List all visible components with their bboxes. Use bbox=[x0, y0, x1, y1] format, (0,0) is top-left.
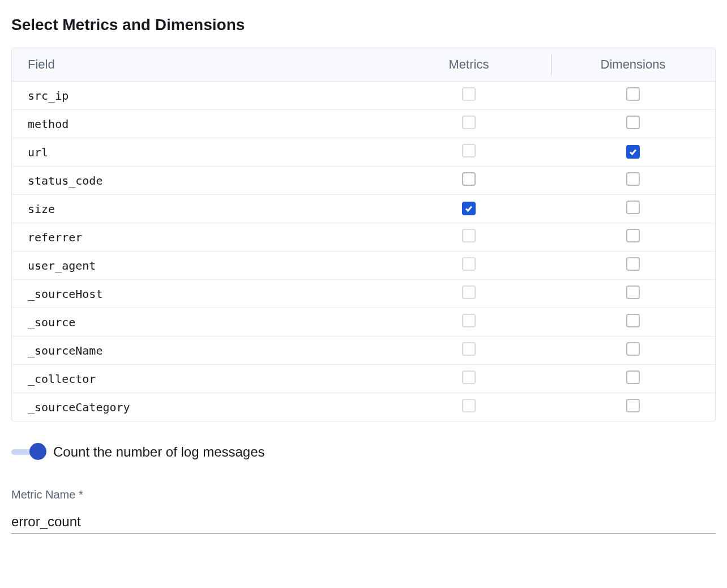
metrics-checkbox bbox=[462, 144, 476, 157]
table-row: _sourceHost bbox=[12, 280, 715, 308]
metrics-checkbox bbox=[462, 286, 476, 299]
field-name: status_code bbox=[12, 167, 387, 195]
metrics-checkbox bbox=[462, 314, 476, 327]
metrics-checkbox bbox=[462, 257, 476, 271]
field-name: size bbox=[12, 195, 387, 223]
dimensions-checkbox[interactable] bbox=[626, 342, 640, 356]
field-name: user_agent bbox=[12, 252, 387, 280]
metrics-checkbox bbox=[462, 229, 476, 242]
field-name: _sourceName bbox=[12, 336, 387, 365]
table-row: size bbox=[12, 195, 715, 223]
table-row: src_ip bbox=[12, 82, 715, 110]
dimensions-checkbox[interactable] bbox=[626, 172, 640, 186]
metrics-checkbox bbox=[462, 342, 476, 356]
dimensions-checkbox[interactable] bbox=[626, 286, 640, 299]
table-row: _sourceCategory bbox=[12, 393, 715, 421]
metric-name-input[interactable] bbox=[11, 512, 716, 534]
field-name: _collector bbox=[12, 365, 387, 393]
table-row: user_agent bbox=[12, 252, 715, 280]
section-title: Select Metrics and Dimensions bbox=[11, 16, 716, 34]
col-header-dimensions: Dimensions bbox=[551, 48, 715, 82]
dimensions-checkbox[interactable] bbox=[626, 229, 640, 242]
dimensions-checkbox[interactable] bbox=[626, 116, 640, 129]
count-log-messages-toggle[interactable] bbox=[11, 445, 44, 459]
table-row: _source bbox=[12, 308, 715, 336]
dimensions-checkbox[interactable] bbox=[626, 257, 640, 271]
dimensions-checkbox[interactable] bbox=[626, 201, 640, 214]
metrics-checkbox[interactable] bbox=[462, 172, 476, 186]
count-log-messages-label: Count the number of log messages bbox=[53, 444, 265, 460]
table-row: method bbox=[12, 110, 715, 138]
table-row: status_code bbox=[12, 167, 715, 195]
table-row: referrer bbox=[12, 223, 715, 252]
field-name: method bbox=[12, 110, 387, 138]
field-name: src_ip bbox=[12, 82, 387, 110]
table-row: _sourceName bbox=[12, 336, 715, 365]
toggle-knob bbox=[29, 443, 46, 460]
col-header-metrics: Metrics bbox=[387, 48, 551, 82]
dimensions-checkbox[interactable] bbox=[626, 399, 640, 412]
dimensions-checkbox[interactable] bbox=[626, 145, 640, 159]
metrics-checkbox bbox=[462, 370, 476, 384]
metrics-checkbox bbox=[462, 87, 476, 101]
metric-name-label: Metric Name * bbox=[11, 488, 716, 501]
table-row: url bbox=[12, 138, 715, 167]
field-name: _sourceCategory bbox=[12, 393, 387, 421]
dimensions-checkbox[interactable] bbox=[626, 370, 640, 384]
field-name: _sourceHost bbox=[12, 280, 387, 308]
col-header-field: Field bbox=[12, 48, 387, 82]
dimensions-checkbox[interactable] bbox=[626, 87, 640, 101]
field-name: referrer bbox=[12, 223, 387, 252]
metrics-checkbox[interactable] bbox=[462, 202, 476, 215]
table-row: _collector bbox=[12, 365, 715, 393]
dimensions-checkbox[interactable] bbox=[626, 314, 640, 327]
field-name: url bbox=[12, 138, 387, 167]
check-icon bbox=[464, 204, 473, 213]
metrics-checkbox bbox=[462, 399, 476, 412]
fields-table: Field Metrics Dimensions src_ipmethodurl… bbox=[11, 48, 716, 421]
metrics-checkbox bbox=[462, 116, 476, 129]
check-icon bbox=[628, 147, 638, 156]
field-name: _source bbox=[12, 308, 387, 336]
